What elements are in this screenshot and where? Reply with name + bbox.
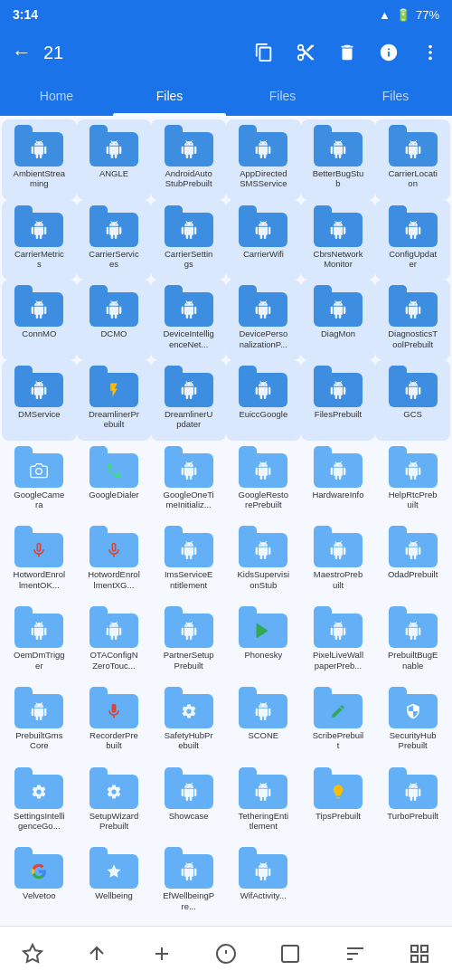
file-item[interactable]: SafetyHubPrebuilt <box>151 681 226 762</box>
file-label: HelpRtcPrebuilt <box>387 490 439 510</box>
file-item[interactable]: CarrierMetrics <box>2 200 77 281</box>
file-item[interactable]: KidsSupervisionStub <box>226 520 301 601</box>
file-item[interactable]: DeviceIntelligenceNet... <box>151 280 226 360</box>
file-item[interactable]: GoogleCamera <box>2 441 77 521</box>
file-item[interactable]: DreamlinerPrebuilt <box>77 360 152 441</box>
file-item[interactable]: HotwordEnrollmentXG... <box>77 520 152 601</box>
file-label: CbrsNetworkMonitor <box>312 249 364 270</box>
file-item[interactable]: AndroidAutoStubPrebuilt <box>151 119 226 200</box>
copy-button[interactable] <box>251 40 277 65</box>
file-item[interactable]: GCS <box>375 360 450 441</box>
file-label: ConfigUpdater <box>387 249 439 270</box>
file-label: ANGLE <box>99 168 128 178</box>
file-item[interactable]: DCMO <box>77 280 152 360</box>
file-item[interactable]: AppDirectedSMSService <box>226 119 301 200</box>
file-item[interactable]: DreamlinerUpdater <box>151 360 226 441</box>
file-label: OemDmTrigger <box>13 650 65 671</box>
file-item[interactable]: HardwareInfo <box>301 441 376 521</box>
file-item[interactable]: GoogleDialer <box>77 441 152 521</box>
file-label: HotwordEnrollmentOK... <box>13 569 65 590</box>
file-label: Velvetoo <box>23 890 55 900</box>
add-button[interactable] <box>144 936 180 972</box>
file-item[interactable]: SecurityHubPrebuilt <box>375 681 450 762</box>
file-label: ImsServiceEntitlement <box>163 569 215 590</box>
file-item[interactable]: DMService <box>2 360 77 441</box>
file-item[interactable]: SCONE <box>226 681 301 762</box>
file-item[interactable]: AmbientStreaming <box>2 119 77 200</box>
file-item[interactable]: Velvetoo <box>2 842 77 922</box>
status-bar: 3:14 ▲ 🔋 77% <box>0 0 452 29</box>
file-item[interactable]: MaestroPrebuilt <box>301 520 376 601</box>
favorite-button[interactable] <box>14 936 51 972</box>
file-item[interactable]: CarrierLocation <box>375 119 450 200</box>
file-item[interactable]: ConfigUpdater <box>375 200 450 281</box>
svg-point-0 <box>428 45 432 49</box>
up-button[interactable] <box>79 936 115 972</box>
sort-button[interactable] <box>337 936 373 972</box>
file-item[interactable]: HelpRtcPrebuilt <box>375 441 450 521</box>
file-item[interactable]: EuiccGoogle <box>226 360 301 441</box>
file-item[interactable]: CarrierWifi <box>226 200 301 281</box>
file-item[interactable]: BetterBugStub <box>301 119 376 200</box>
file-item[interactable]: RecorderPrebuilt <box>77 681 152 762</box>
file-item[interactable]: DiagnosticsToolPrebuilt <box>375 280 450 360</box>
file-label: PixelLiveWallpaperPreb... <box>312 650 364 671</box>
tab-files-2[interactable]: Files <box>226 76 339 116</box>
file-item[interactable]: Wellbeing <box>77 842 152 922</box>
file-item[interactable]: SetupWizardPrebuilt <box>77 762 152 842</box>
file-label: DiagMon <box>321 328 355 338</box>
back-button[interactable]: ← <box>9 40 34 65</box>
tab-bar: Home Files Files Files <box>0 76 452 116</box>
tab-files-3[interactable]: Files <box>339 76 452 116</box>
bottom-bar <box>0 926 452 980</box>
file-item[interactable]: CarrierSettings <box>151 200 226 281</box>
file-item[interactable]: FilesPrebuilt <box>301 360 376 441</box>
file-item[interactable]: PartnerSetupPrebuilt <box>151 601 226 681</box>
tab-home[interactable]: Home <box>0 76 113 116</box>
file-item[interactable]: SettingsIntelligenceGo... <box>2 762 77 842</box>
file-item[interactable]: CarrierServices <box>77 200 152 281</box>
file-item[interactable]: DevicePersonalizationP... <box>226 280 301 360</box>
file-item[interactable]: Phonesky <box>226 601 301 681</box>
file-item[interactable]: OdadPrebuilt <box>375 520 450 601</box>
file-item[interactable]: ConnMO <box>2 280 77 360</box>
file-item[interactable]: TetheringEntitlement <box>226 762 301 842</box>
file-item[interactable]: WifActivity... <box>226 842 301 922</box>
file-item[interactable]: CbrsNetworkMonitor <box>301 200 376 281</box>
file-item[interactable]: GoogleRestorePrebuilt <box>226 441 301 521</box>
file-item[interactable]: PrebuiltBugEnable <box>375 601 450 681</box>
file-item[interactable]: PrebuiltGmsCore <box>2 681 77 762</box>
file-item[interactable]: PixelLiveWallpaperPreb... <box>301 601 376 681</box>
file-item[interactable]: TurboPrebuilt <box>375 762 450 842</box>
file-label: SetupWizardPrebuilt <box>88 811 140 832</box>
file-label: GoogleRestorePrebuilt <box>237 490 289 510</box>
cut-button[interactable] <box>293 40 318 65</box>
file-item[interactable]: GoogleOneTimeInitializ... <box>151 441 226 521</box>
file-item[interactable]: HotwordEnrollmentOK... <box>2 520 77 601</box>
file-item[interactable]: OemDmTrigger <box>2 601 77 681</box>
file-item[interactable]: EfWellbeingPre... <box>151 842 226 922</box>
file-label: AndroidAutoStubPrebuilt <box>163 168 215 189</box>
svg-point-3 <box>36 468 42 474</box>
file-item[interactable]: TipsPrebuilt <box>301 762 376 842</box>
info-bottom-button[interactable] <box>208 936 244 972</box>
file-item[interactable]: OTAConfigNZeroTouc... <box>77 601 152 681</box>
info-button[interactable] <box>376 40 401 65</box>
file-label: CarrierServices <box>88 249 140 270</box>
svg-marker-4 <box>107 865 120 878</box>
file-item[interactable]: ScribePrebuilt <box>301 681 376 762</box>
grid-button[interactable] <box>401 936 438 972</box>
file-label: Wellbeing <box>95 890 133 900</box>
tab-files-1[interactable]: Files <box>113 76 226 116</box>
file-item[interactable]: Showcase <box>151 762 226 842</box>
file-label: HotwordEnrollmentXG... <box>88 569 140 590</box>
file-item[interactable]: ImsServiceEntitlement <box>151 520 226 601</box>
delete-button[interactable] <box>334 40 360 65</box>
select-button[interactable] <box>272 936 308 972</box>
file-label: ScribePrebuilt <box>312 730 364 751</box>
file-label: EfWellbeingPre... <box>163 890 215 911</box>
more-button[interactable] <box>418 40 443 65</box>
file-label: SCONE <box>248 730 278 740</box>
file-item[interactable]: ANGLE <box>77 119 152 200</box>
file-item[interactable]: DiagMon <box>301 280 376 360</box>
